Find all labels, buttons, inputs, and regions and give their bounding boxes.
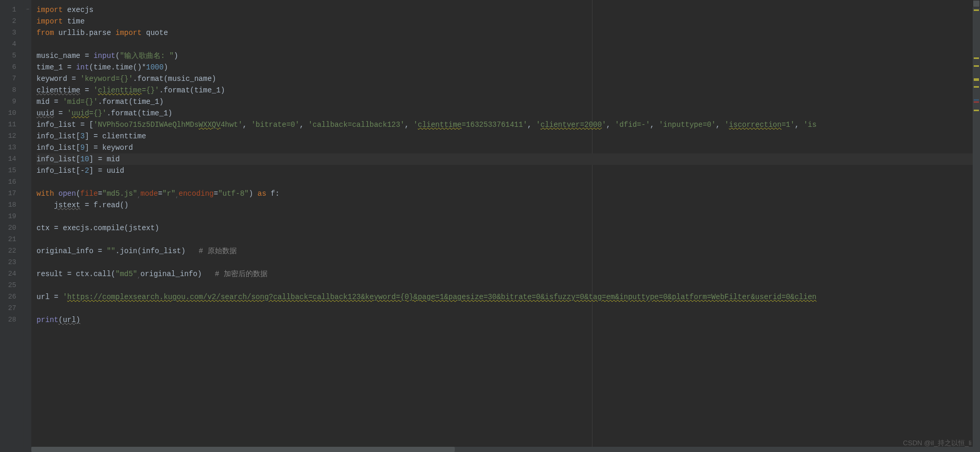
horizontal-scrollbar-thumb[interactable]: [31, 447, 455, 452]
scrollbar-marker[interactable]: [974, 99, 979, 101]
fold-marker: [24, 303, 31, 314]
line-number: 7: [0, 73, 23, 85]
code-line[interactable]: [37, 39, 980, 50]
code-line[interactable]: with open(file="md5.js",mode="r",encodin…: [37, 188, 980, 199]
code-line[interactable]: uuid = 'uuid={}'.format(time_1): [37, 108, 980, 119]
fold-marker: [24, 234, 31, 245]
fold-marker: [24, 291, 31, 303]
scrollbar-status-indicator[interactable]: [973, 0, 980, 7]
code-line[interactable]: result = ctx.call("md5",original_info) #…: [37, 268, 980, 280]
fold-marker: [24, 314, 31, 326]
fold-marker: [24, 188, 31, 199]
code-line[interactable]: jstext = f.read(): [37, 199, 980, 211]
code-line[interactable]: [37, 176, 980, 188]
fold-marker: [24, 62, 31, 73]
scrollbar-marker[interactable]: [974, 101, 979, 103]
code-line[interactable]: ctx = execjs.compile(jstext): [37, 222, 980, 234]
code-line[interactable]: original_info = "".join(info_list) # 原始数…: [37, 245, 980, 257]
code-line[interactable]: import time: [37, 16, 980, 27]
line-number: 24: [0, 268, 23, 280]
fold-marker: [24, 257, 31, 268]
fold-marker: [24, 176, 31, 188]
line-number: 22: [0, 245, 23, 257]
code-line[interactable]: from urllib.parse import quote: [37, 27, 980, 39]
fold-marker: [24, 73, 31, 85]
fold-marker: [24, 142, 31, 153]
code-line[interactable]: import execjs: [37, 4, 980, 16]
code-line[interactable]: [37, 257, 980, 268]
line-number: 13: [0, 142, 23, 153]
code-line[interactable]: [37, 280, 980, 291]
code-line[interactable]: keyword = 'keyword={}'.format(music_name…: [37, 73, 980, 85]
code-line[interactable]: [37, 303, 980, 314]
line-number: 9: [0, 96, 23, 108]
code-line[interactable]: mid = 'mid={}'.format(time_1): [37, 96, 980, 108]
code-line[interactable]: info_list[-2] = uuid: [37, 165, 980, 176]
code-line[interactable]: print(url): [37, 314, 980, 326]
code-line[interactable]: clienttime = 'clienttime={}'.format(time…: [37, 85, 980, 96]
code-line[interactable]: info_list = ['NVPh5oo715z5DIWAeQlhMDsWXX…: [37, 119, 980, 130]
code-line[interactable]: music_name = input("输入歌曲名: "): [37, 50, 980, 62]
line-number: 4: [0, 39, 23, 50]
line-number: 2: [0, 16, 23, 27]
fold-marker: [24, 16, 31, 27]
horizontal-scrollbar[interactable]: [31, 447, 973, 452]
line-number: 16: [0, 176, 23, 188]
scrollbar-marker[interactable]: [974, 9, 979, 11]
line-number: 12: [0, 130, 23, 142]
line-number: 23: [0, 257, 23, 268]
fold-gutter[interactable]: −: [24, 0, 31, 452]
fold-marker: [24, 211, 31, 222]
fold-marker: [24, 27, 31, 39]
line-number: 28: [0, 314, 23, 326]
scrollbar-marker[interactable]: [974, 79, 979, 81]
code-line[interactable]: info_list[9] = keyword: [37, 142, 980, 153]
line-number-gutter: 1234567891011121314151617181920212223242…: [0, 0, 24, 452]
line-number: 10: [0, 108, 23, 119]
fold-marker: [24, 199, 31, 211]
line-number: 6: [0, 62, 23, 73]
code-line[interactable]: [37, 211, 980, 222]
fold-marker: [24, 39, 31, 50]
scrollbar-marker[interactable]: [974, 86, 979, 88]
line-number: 20: [0, 222, 23, 234]
fold-marker: [24, 85, 31, 96]
line-number: 27: [0, 303, 23, 314]
line-number: 19: [0, 211, 23, 222]
line-number: 5: [0, 50, 23, 62]
scrollbar-marker[interactable]: [974, 65, 979, 67]
line-number: 15: [0, 165, 23, 176]
line-number: 17: [0, 188, 23, 199]
fold-marker: [24, 153, 31, 165]
scrollbar-marker[interactable]: [974, 110, 979, 111]
vertical-scrollbar[interactable]: [973, 0, 980, 452]
fold-marker: [24, 50, 31, 62]
line-number: 8: [0, 85, 23, 96]
fold-marker: [24, 96, 31, 108]
scrollbar-marker[interactable]: [974, 57, 979, 59]
line-number: 25: [0, 280, 23, 291]
code-area[interactable]: import execjsimport timefrom urllib.pars…: [31, 0, 980, 452]
fold-marker[interactable]: −: [24, 4, 31, 16]
fold-marker: [24, 280, 31, 291]
fold-marker: [24, 268, 31, 280]
code-editor[interactable]: 1234567891011121314151617181920212223242…: [0, 0, 980, 452]
line-number: 11: [0, 119, 23, 130]
fold-marker: [24, 130, 31, 142]
code-line[interactable]: time_1 = int(time.time()*1000): [37, 62, 980, 73]
code-line[interactable]: [37, 234, 980, 245]
line-number: 3: [0, 27, 23, 39]
fold-marker: [24, 119, 31, 130]
fold-marker: [24, 245, 31, 257]
line-number: 14: [0, 153, 23, 165]
fold-marker: [24, 222, 31, 234]
code-line[interactable]: info_list[10] = mid: [37, 153, 980, 165]
line-number: 1: [0, 4, 23, 16]
fold-marker: [24, 165, 31, 176]
code-line[interactable]: url = 'https://complexsearch.kugou.com/v…: [37, 291, 980, 303]
fold-marker: [24, 108, 31, 119]
line-number: 26: [0, 291, 23, 303]
line-number: 18: [0, 199, 23, 211]
code-line[interactable]: info_list[3] = clienttime: [37, 130, 980, 142]
line-number: 21: [0, 234, 23, 245]
